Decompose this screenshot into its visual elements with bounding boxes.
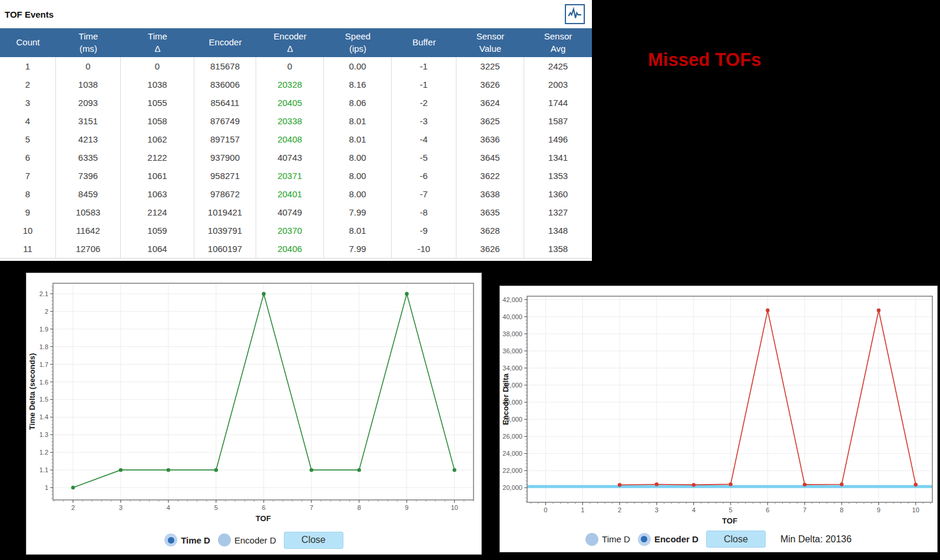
data-point: [452, 468, 456, 472]
table-cell: 2: [0, 75, 56, 94]
data-point: [310, 468, 313, 472]
svg-text:34,000: 34,000: [502, 365, 522, 372]
close-button[interactable]: Close: [284, 532, 343, 549]
svg-text:4: 4: [167, 504, 170, 511]
column-header: Encoder: [194, 28, 256, 57]
table-cell: 1062: [121, 130, 194, 148]
svg-text:5: 5: [214, 504, 218, 511]
table-cell: 9: [0, 203, 56, 221]
data-point: [214, 468, 218, 472]
table-cell: 8.06: [324, 94, 392, 112]
table-cell: 7.99: [324, 203, 392, 221]
column-header: Time (ms): [56, 28, 121, 57]
table-cell: 978672: [194, 185, 256, 203]
svg-text:40,000: 40,000: [502, 313, 522, 320]
svg-text:26,000: 26,000: [502, 433, 522, 440]
table-cell: 10583: [56, 203, 121, 221]
svg-text:1.9: 1.9: [39, 326, 48, 333]
svg-text:6: 6: [262, 504, 266, 511]
table-row: 663352122937900407438.00-536451341: [0, 148, 592, 167]
radio-encoder-delta[interactable]: Encoder D: [638, 533, 699, 546]
svg-text:2: 2: [618, 506, 621, 513]
svg-text:2: 2: [45, 308, 48, 315]
missed-tofs-annotation: Missed TOFs: [648, 49, 761, 71]
data-point: [877, 309, 881, 312]
table-cell: 3225: [456, 57, 524, 75]
table-row: 91058321241019421407497.99-836351327: [0, 203, 592, 221]
tof-events-panel: TOF Events CountTime (ms)Time ΔEncoderEn…: [0, 0, 592, 261]
page-title: TOF Events: [5, 9, 54, 19]
data-point: [655, 482, 658, 486]
table-row: 101164210591039791203708.01-936281348: [0, 221, 592, 240]
svg-text:7: 7: [310, 504, 313, 511]
svg-text:6: 6: [766, 506, 769, 513]
table-cell: 3625: [456, 112, 524, 130]
svg-text:0: 0: [544, 506, 547, 513]
column-header: Count: [0, 28, 56, 57]
table-cell: -4: [392, 130, 456, 148]
table-cell: 3624: [456, 94, 524, 112]
table-cell: -1: [392, 57, 456, 75]
svg-text:38,000: 38,000: [502, 330, 522, 337]
table-cell: -5: [392, 148, 456, 167]
table-cell: 1039791: [194, 221, 256, 240]
data-point: [71, 486, 75, 489]
table-cell: 20401: [256, 185, 324, 203]
table-header: CountTime (ms)Time ΔEncoderEncoder ΔSpee…: [0, 28, 592, 57]
close-button[interactable]: Close: [706, 531, 766, 548]
table-row: 773961061958271203718.00-636221353: [0, 167, 592, 185]
table-cell: 8.01: [324, 112, 392, 130]
table-cell: 4: [0, 112, 56, 130]
svg-text:3: 3: [655, 506, 658, 513]
table-cell: 20408: [256, 130, 324, 148]
svg-text:42,000: 42,000: [502, 296, 522, 303]
svg-text:4: 4: [692, 506, 696, 513]
data-point: [167, 468, 170, 472]
table-cell: 11: [0, 240, 56, 258]
table-cell: 3151: [56, 112, 121, 130]
table-cell: 836006: [194, 75, 256, 94]
table-cell: 3638: [456, 185, 524, 203]
table-cell: 5: [0, 130, 56, 148]
radio-selected-icon: [164, 534, 177, 546]
table-cell: 0: [56, 57, 121, 75]
encoder-delta-chart-panel: 01234567891020,00022,00024,00026,00028,0…: [499, 286, 938, 552]
svg-text:Time Delta (seconds): Time Delta (seconds): [28, 353, 37, 430]
table-cell: 0: [256, 57, 324, 75]
svg-text:36,000: 36,000: [502, 347, 522, 354]
radio-encoder-delta[interactable]: Encoder D: [218, 534, 276, 546]
table-row: 431511058876749203388.01-336251587: [0, 112, 592, 130]
table-cell: -1: [392, 75, 456, 94]
table-row: 10081567800.00-132252425: [0, 57, 592, 75]
panel-header: TOF Events: [0, 0, 592, 28]
table-cell: 2093: [56, 94, 121, 112]
svg-text:1.7: 1.7: [39, 361, 48, 368]
radio-time-delta-label: Time D: [181, 535, 210, 545]
svg-text:10: 10: [912, 506, 919, 513]
table-cell: 3626: [456, 75, 524, 94]
table-cell: 8.01: [324, 130, 392, 148]
table-cell: 8.00: [324, 148, 392, 167]
table-cell: -8: [392, 203, 456, 221]
table-cell: 20370: [256, 221, 324, 240]
radio-unselected-icon: [585, 533, 598, 546]
svg-text:10: 10: [451, 504, 458, 511]
radio-time-delta[interactable]: Time D: [585, 533, 630, 546]
column-header: Encoder Δ: [256, 28, 324, 57]
waveform-chart-icon: [567, 6, 582, 22]
table-cell: 7: [0, 167, 56, 185]
data-point: [766, 309, 769, 312]
table-cell: 897157: [194, 130, 256, 148]
chart-icon-button[interactable]: [565, 4, 585, 24]
table-row: 320931055856411204058.06-236241744: [0, 94, 592, 112]
table-cell: 1061: [121, 167, 194, 185]
table-cell: 2122: [121, 148, 194, 167]
radio-unselected-icon: [218, 534, 231, 546]
radio-time-delta[interactable]: Time D: [164, 534, 210, 546]
data-point: [119, 468, 123, 472]
data-point: [692, 483, 696, 486]
table-cell: 1019421: [194, 203, 256, 221]
table-row: 210381038836006203288.16-136262003: [0, 75, 592, 94]
table-cell: 1063: [121, 185, 194, 203]
svg-text:1.2: 1.2: [39, 449, 48, 456]
